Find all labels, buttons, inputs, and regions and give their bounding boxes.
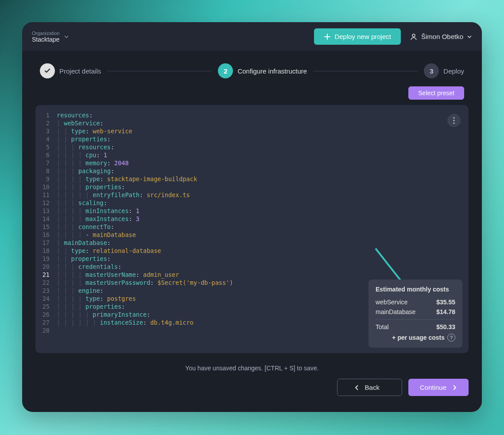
cost-row: mainDatabase$14.78 <box>376 307 455 317</box>
continue-label: Continue <box>420 384 446 391</box>
header-bar: Organization Stacktape Deploy new projec… <box>22 22 482 51</box>
code-line[interactable]: 21| | | | masterUserName: admin_user <box>35 271 462 279</box>
step-label: Project details <box>59 67 101 75</box>
svg-point-0 <box>412 34 415 37</box>
cost-usage-note: + per usage costs <box>392 334 445 341</box>
code-line[interactable]: 15| | | connectTo: <box>35 223 462 231</box>
chevron-down-icon <box>64 34 69 39</box>
svg-point-2 <box>453 120 454 121</box>
unsaved-changes-hint: You have unsaved changes. [CTRL + S] to … <box>22 357 482 372</box>
step-label: Deploy <box>443 67 464 75</box>
org-name: Stacktape <box>32 36 59 43</box>
svg-point-1 <box>453 117 454 118</box>
code-line[interactable]: 9| | | | type: stacktape-image-buildpack <box>35 175 462 183</box>
cost-title: Estimated monthly costs <box>376 286 455 293</box>
code-line[interactable]: 14| | | | maxInstances: 3 <box>35 215 462 223</box>
cost-estimate-card: Estimated monthly costs webService$35.55… <box>368 280 462 348</box>
step-project-details[interactable]: Project details <box>40 63 101 78</box>
help-icon[interactable]: ? <box>447 334 455 342</box>
deploy-new-project-button[interactable]: Deploy new project <box>314 28 401 45</box>
step-number: 2 <box>218 63 233 78</box>
step-configure-infrastructure[interactable]: 2 Configure infrastructure <box>218 63 307 78</box>
code-line[interactable]: 17| mainDatabase: <box>35 239 462 247</box>
org-selector[interactable]: Organization Stacktape <box>32 31 69 43</box>
code-line[interactable]: 3| | type: web-service <box>35 127 462 135</box>
code-line[interactable]: 6| | | | cpu: 1 <box>35 151 462 159</box>
code-line[interactable]: 4| | properties: <box>35 135 462 143</box>
step-divider <box>107 71 212 71</box>
code-line[interactable]: 16| | | | - mainDatabase <box>35 231 462 239</box>
code-line[interactable]: 1resources: <box>35 111 462 119</box>
plus-icon <box>324 33 331 40</box>
code-line[interactable]: 20| | | credentials: <box>35 263 462 271</box>
cost-total-label: Total <box>376 323 389 330</box>
deploy-button-label: Deploy new project <box>334 33 391 40</box>
code-line[interactable]: 18| | type: relational-database <box>35 247 462 255</box>
svg-point-3 <box>453 122 454 124</box>
check-icon <box>40 63 55 78</box>
code-line[interactable]: 7| | | | memory: 2048 <box>35 159 462 167</box>
step-number: 3 <box>424 63 439 78</box>
user-menu[interactable]: Šimon Obetko <box>410 33 472 41</box>
code-line[interactable]: 13| | | | minInstances: 1 <box>35 207 462 215</box>
code-line[interactable]: 10| | | | properties: <box>35 183 462 191</box>
step-label: Configure infrastructure <box>237 67 307 75</box>
step-deploy[interactable]: 3 Deploy <box>424 63 464 78</box>
select-preset-button[interactable]: Select preset <box>408 86 464 100</box>
code-line[interactable]: 19| | properties: <box>35 255 462 263</box>
user-name: Šimon Obetko <box>421 33 463 40</box>
continue-button[interactable]: Continue <box>408 379 469 396</box>
code-line[interactable]: 5| | | resources: <box>35 143 462 151</box>
step-divider <box>313 71 418 71</box>
cost-total-value: $50.33 <box>436 323 455 330</box>
code-line[interactable]: 11| | | | | entryfilePath: src/index.ts <box>35 191 462 199</box>
wizard-steps: Project details 2 Configure infrastructu… <box>22 51 482 83</box>
cost-row: webService$35.55 <box>376 297 455 307</box>
user-icon <box>410 33 418 41</box>
chevron-down-icon <box>467 34 472 39</box>
org-label: Organization <box>32 31 59 36</box>
back-button[interactable]: Back <box>337 379 402 396</box>
code-line[interactable]: 12| | | scaling: <box>35 199 462 207</box>
code-line[interactable]: 2| webService: <box>35 119 462 127</box>
editor-menu-button[interactable] <box>447 114 461 127</box>
chevron-right-icon <box>453 385 457 391</box>
code-line[interactable]: 8| | | packaging: <box>35 167 462 175</box>
back-label: Back <box>365 384 380 391</box>
chevron-left-icon <box>354 385 359 391</box>
app-window: Organization Stacktape Deploy new projec… <box>22 22 482 412</box>
